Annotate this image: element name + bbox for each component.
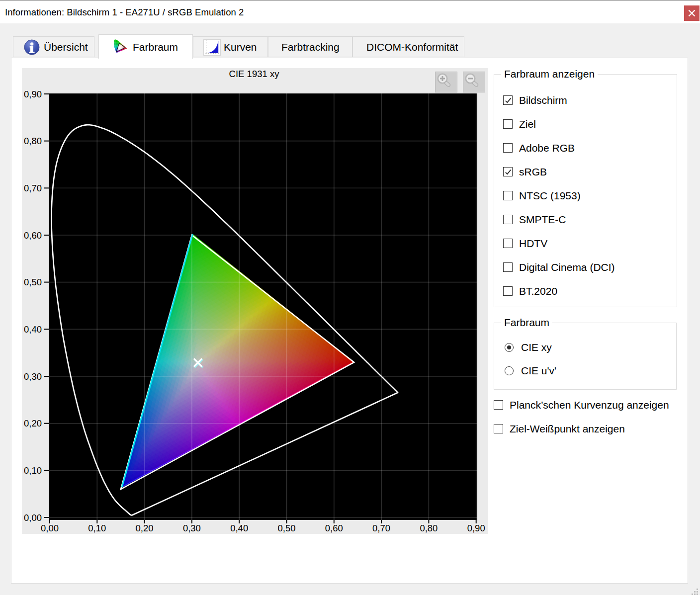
svg-text:0,40: 0,40	[24, 324, 42, 335]
svg-text:0,70: 0,70	[24, 183, 42, 193]
svg-text:0,40: 0,40	[230, 523, 248, 533]
svg-text:0,20: 0,20	[136, 523, 154, 533]
svg-text:0,90: 0,90	[24, 89, 42, 99]
svg-text:0,30: 0,30	[24, 371, 42, 382]
svg-text:0,50: 0,50	[24, 277, 42, 287]
svg-text:0,30: 0,30	[183, 523, 201, 533]
svg-text:0,00: 0,00	[41, 523, 59, 533]
svg-text:0,80: 0,80	[24, 136, 42, 146]
svg-text:0,60: 0,60	[325, 523, 343, 533]
svg-text:0,50: 0,50	[277, 523, 295, 533]
svg-text:CIE 1931 xy: CIE 1931 xy	[229, 69, 280, 79]
svg-text:0,10: 0,10	[24, 465, 42, 476]
svg-text:0,80: 0,80	[420, 523, 438, 533]
svg-text:0,10: 0,10	[88, 523, 106, 533]
svg-text:0,90: 0,90	[467, 523, 485, 533]
svg-text:0,20: 0,20	[24, 418, 42, 428]
svg-text:0,00: 0,00	[24, 512, 42, 523]
svg-text:0,70: 0,70	[372, 523, 390, 533]
svg-text:0,60: 0,60	[24, 230, 42, 241]
